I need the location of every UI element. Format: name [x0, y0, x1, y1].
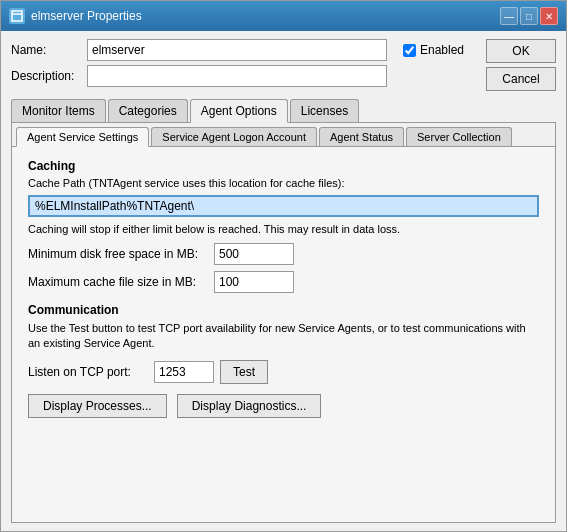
- close-button[interactable]: ✕: [540, 7, 558, 25]
- caching-note: Caching will stop if either limit below …: [28, 223, 539, 235]
- test-button[interactable]: Test: [220, 360, 268, 384]
- tab-licenses[interactable]: Licenses: [290, 99, 359, 122]
- min-disk-label: Minimum disk free space in MB:: [28, 247, 208, 261]
- inner-tab-agent-service-settings[interactable]: Agent Service Settings: [16, 127, 149, 147]
- cache-path-desc: Cache Path (TNTAgent service uses this l…: [28, 177, 539, 189]
- description-input[interactable]: [87, 65, 387, 87]
- tab-monitor-items[interactable]: Monitor Items: [11, 99, 106, 122]
- outer-tab-content: Agent Service Settings Service Agent Log…: [11, 122, 556, 523]
- tab-agent-options[interactable]: Agent Options: [190, 99, 288, 123]
- outer-tab-row: Monitor Items Categories Agent Options L…: [11, 99, 556, 122]
- comm-desc: Use the Test button to test TCP port ava…: [28, 321, 539, 352]
- top-section: Name: Enabled Description: OK Cancel: [11, 39, 556, 91]
- min-disk-input[interactable]: [214, 243, 294, 265]
- bottom-buttons: Display Processes... Display Diagnostics…: [28, 394, 539, 418]
- display-diagnostics-button[interactable]: Display Diagnostics...: [177, 394, 322, 418]
- window-title: elmserver Properties: [31, 9, 142, 23]
- cancel-button[interactable]: Cancel: [486, 67, 556, 91]
- name-label: Name:: [11, 43, 81, 57]
- main-window: elmserver Properties — □ ✕ Name: Enabled: [0, 0, 567, 532]
- inner-tab-agent-status[interactable]: Agent Status: [319, 127, 404, 146]
- tcp-port-label: Listen on TCP port:: [28, 365, 148, 379]
- agent-service-settings-content: Caching Cache Path (TNTAgent service use…: [12, 147, 555, 522]
- inner-tab-service-agent-logon[interactable]: Service Agent Logon Account: [151, 127, 317, 146]
- enabled-checkbox[interactable]: [403, 44, 416, 57]
- svg-rect-0: [12, 11, 22, 21]
- caching-section: Caching Cache Path (TNTAgent service use…: [28, 159, 539, 293]
- window-body: Name: Enabled Description: OK Cancel: [1, 31, 566, 531]
- caching-title: Caching: [28, 159, 539, 173]
- communication-section: Communication Use the Test button to tes…: [28, 303, 539, 418]
- name-input[interactable]: [87, 39, 387, 61]
- max-cache-label: Maximum cache file size in MB:: [28, 275, 208, 289]
- window-icon: [9, 8, 25, 24]
- display-processes-button[interactable]: Display Processes...: [28, 394, 167, 418]
- inner-tab-server-collection[interactable]: Server Collection: [406, 127, 512, 146]
- inner-tab-row: Agent Service Settings Service Agent Log…: [12, 123, 555, 147]
- title-bar: elmserver Properties — □ ✕: [1, 1, 566, 31]
- description-label: Description:: [11, 69, 81, 83]
- enabled-label: Enabled: [420, 43, 464, 57]
- communication-title: Communication: [28, 303, 539, 317]
- tcp-port-input[interactable]: [154, 361, 214, 383]
- ok-button[interactable]: OK: [486, 39, 556, 63]
- maximize-button[interactable]: □: [520, 7, 538, 25]
- minimize-button[interactable]: —: [500, 7, 518, 25]
- max-cache-input[interactable]: [214, 271, 294, 293]
- outer-tabs-container: Monitor Items Categories Agent Options L…: [11, 99, 556, 523]
- tab-categories[interactable]: Categories: [108, 99, 188, 122]
- cache-path-input[interactable]: [28, 195, 539, 217]
